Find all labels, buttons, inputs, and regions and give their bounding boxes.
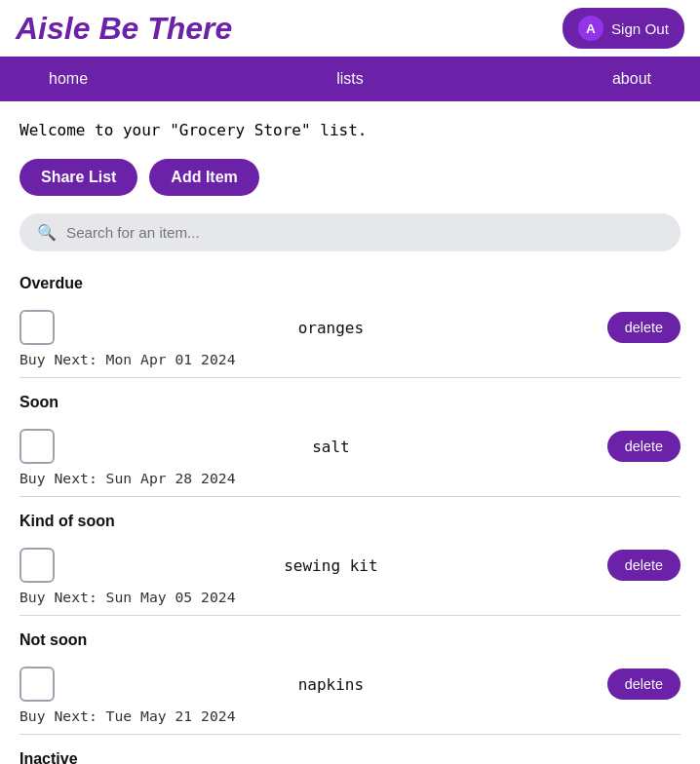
section-overdue: OverdueorangesdeleteBuy Next: Mon Apr 01…	[19, 275, 681, 378]
nav-home[interactable]: home	[39, 57, 97, 101]
app-title: Aisle Be There	[16, 11, 232, 47]
section-label: Inactive	[19, 750, 681, 764]
table-row: napkinsdelete	[19, 657, 681, 706]
item-checkbox[interactable]	[19, 310, 55, 345]
section-divider	[19, 377, 681, 378]
section-divider	[19, 734, 681, 735]
item-name: oranges	[55, 319, 607, 337]
delete-button[interactable]: delete	[607, 668, 681, 700]
avatar: A	[578, 16, 603, 41]
delete-button[interactable]: delete	[607, 550, 681, 581]
delete-button[interactable]: delete	[607, 431, 681, 462]
section-divider	[19, 615, 681, 616]
section-label: Soon	[19, 394, 681, 411]
sections-container: OverdueorangesdeleteBuy Next: Mon Apr 01…	[19, 275, 681, 764]
item-name: salt	[55, 438, 607, 456]
buy-next-date: Buy Next: Mon Apr 01 2024	[19, 349, 681, 375]
navbar: home lists about	[0, 57, 700, 101]
buy-next-date: Buy Next: Tue May 21 2024	[19, 706, 681, 732]
delete-button[interactable]: delete	[607, 312, 681, 343]
main-content: Welcome to your "Grocery Store" list. Sh…	[0, 101, 700, 764]
section-label: Kind of soon	[19, 513, 681, 530]
table-row: orangesdelete	[19, 300, 681, 349]
table-row: sewing kitdelete	[19, 538, 681, 587]
item-name: napkins	[55, 675, 607, 694]
welcome-text: Welcome to your "Grocery Store" list.	[19, 121, 681, 139]
buy-next-date: Buy Next: Sun Apr 28 2024	[19, 468, 681, 494]
item-checkbox[interactable]	[19, 548, 55, 583]
search-icon: 🔍	[37, 223, 57, 242]
share-list-button[interactable]: Share List	[19, 159, 137, 196]
item-checkbox[interactable]	[19, 429, 55, 464]
section-kind-of-soon: Kind of soonsewing kitdeleteBuy Next: Su…	[19, 513, 681, 616]
section-soon: SoonsaltdeleteBuy Next: Sun Apr 28 2024	[19, 394, 681, 497]
item-checkbox[interactable]	[19, 667, 55, 702]
sign-out-button[interactable]: A Sign Out	[563, 8, 684, 49]
section-label: Not soon	[19, 631, 681, 649]
section-inactive: Inactiveice creamdeleteBuy Next: Sun Apr…	[19, 750, 681, 764]
item-name: sewing kit	[55, 556, 607, 575]
table-row: saltdelete	[19, 419, 681, 468]
search-bar: 🔍	[19, 213, 681, 251]
action-buttons: Share List Add Item	[19, 159, 681, 196]
section-label: Overdue	[19, 275, 681, 292]
buy-next-date: Buy Next: Sun May 05 2024	[19, 587, 681, 613]
add-item-button[interactable]: Add Item	[149, 159, 258, 196]
nav-about[interactable]: about	[603, 57, 661, 101]
sign-out-label: Sign Out	[611, 20, 669, 37]
header: Aisle Be There A Sign Out	[0, 0, 700, 57]
section-not-soon: Not soonnapkinsdeleteBuy Next: Tue May 2…	[19, 631, 681, 735]
nav-lists[interactable]: lists	[327, 57, 373, 101]
section-divider	[19, 496, 681, 497]
search-input[interactable]	[66, 224, 663, 241]
